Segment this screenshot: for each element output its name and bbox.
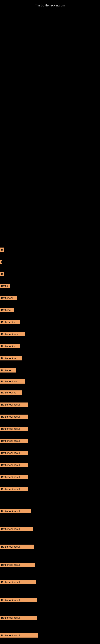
bottleneck-label-7: Bottleneck r: [0, 320, 20, 324]
bottleneck-item-10: Bottleneck re: [0, 356, 100, 360]
bottleneck-label-28: Bottleneck result: [0, 616, 37, 620]
bottleneck-label-22: Bottleneck result: [0, 509, 31, 514]
bottleneck-label-6: Bottlene: [0, 308, 14, 312]
bottleneck-item-23: Bottleneck result: [0, 527, 100, 531]
bottleneck-label-17: Bottleneck result: [0, 439, 28, 443]
bottleneck-label-1: B: [0, 248, 3, 252]
bottleneck-label-18: Bottleneck result: [0, 451, 28, 455]
bottleneck-item-16: Bottleneck result: [0, 427, 100, 431]
bottleneck-item-26: Bottleneck result: [0, 580, 100, 584]
bottleneck-label-15: Bottleneck result: [0, 414, 28, 419]
bottleneck-label-12: Bottleneck resu: [0, 379, 25, 384]
bottleneck-label-9: Bottleneck r: [0, 344, 20, 348]
bottleneck-item-27: Bottleneck result: [0, 598, 100, 602]
bottleneck-label-21: Bottleneck result: [0, 487, 28, 491]
bottleneck-item-22: Bottleneck result: [0, 509, 100, 514]
bottleneck-item-19: Bottleneck result: [0, 463, 100, 467]
bottleneck-label-2: |: [0, 260, 2, 264]
bottleneck-item-12: Bottleneck resu: [0, 379, 100, 384]
site-title: TheBottlenecker.com: [0, 2, 100, 9]
bottleneck-label-3: B: [0, 272, 3, 276]
bottleneck-label-5: Bottleneck: [0, 296, 17, 300]
bottleneck-item-17: Bottleneck result: [0, 439, 100, 443]
bottleneck-item-25: Bottleneck result: [0, 563, 100, 567]
bottleneck-item-21: Bottleneck result: [0, 487, 100, 491]
bottleneck-item-8: Bottleneck resu: [0, 332, 100, 336]
bottleneck-item-13: Bottleneck re: [0, 390, 100, 395]
bottleneck-item-15: Bottleneck result: [0, 414, 100, 419]
bottleneck-item-5: Bottleneck: [0, 296, 100, 300]
bottleneck-item-3: B: [0, 272, 100, 276]
bottleneck-item-9: Bottleneck r: [0, 344, 100, 348]
bottleneck-item-28: Bottleneck result: [0, 616, 100, 620]
bottleneck-item-11: Bottlenec: [0, 368, 100, 372]
bottleneck-label-19: Bottleneck result: [0, 463, 28, 467]
bottleneck-item-24: Bottleneck result: [0, 544, 100, 549]
bottleneck-label-29: Bottleneck result: [0, 633, 38, 638]
bottleneck-item-1: B: [0, 248, 100, 252]
bottleneck-item-4: Bottle: [0, 284, 100, 288]
bottleneck-label-23: Bottleneck result: [0, 527, 33, 531]
bottleneck-label-20: Bottleneck result: [0, 475, 28, 479]
bottleneck-label-16: Bottleneck result: [0, 427, 28, 431]
bottleneck-label-10: Bottleneck re: [0, 356, 22, 360]
bottleneck-label-11: Bottlenec: [0, 368, 16, 372]
bottleneck-item-14: Bottleneck result: [0, 402, 100, 407]
bottleneck-item-2: |: [0, 260, 100, 264]
bottleneck-label-8: Bottleneck resu: [0, 332, 25, 336]
bottleneck-item-20: Bottleneck result: [0, 475, 100, 479]
bottleneck-item-7: Bottleneck r: [0, 320, 100, 324]
bottleneck-label-27: Bottleneck result: [0, 598, 37, 602]
bottleneck-label-25: Bottleneck result: [0, 563, 35, 567]
bottleneck-label-24: Bottleneck result: [0, 544, 34, 549]
bottleneck-label-13: Bottleneck re: [0, 390, 22, 395]
bottleneck-item-18: Bottleneck result: [0, 451, 100, 455]
bottleneck-item-6: Bottlene: [0, 308, 100, 312]
bottleneck-item-29: Bottleneck result: [0, 633, 100, 638]
bottleneck-label-14: Bottleneck result: [0, 402, 28, 407]
bottleneck-label-26: Bottleneck result: [0, 580, 36, 584]
bottleneck-label-4: Bottle: [0, 284, 10, 288]
